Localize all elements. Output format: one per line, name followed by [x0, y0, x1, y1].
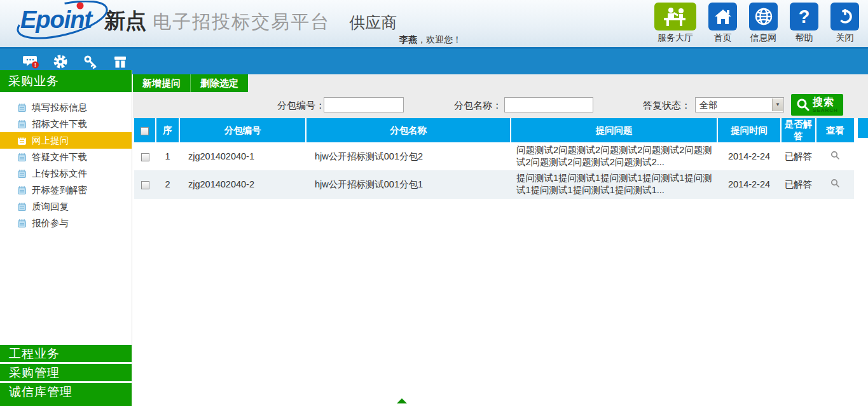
reply-status-value: 全部 — [699, 100, 717, 110]
reply-status-label: 答复状态： — [643, 100, 691, 112]
service-hall-icon — [654, 3, 696, 30]
package-name-input[interactable] — [504, 97, 593, 112]
row-checkbox[interactable] — [141, 181, 149, 189]
notepad-icon — [17, 219, 27, 228]
package-code-input[interactable] — [324, 97, 404, 112]
questions-table: 序 分包编号 分包名称 提问问题 提问时间 是否解答 查看 1 zjg20140… — [134, 118, 854, 199]
epoint-logo-text: Epoint — [20, 6, 92, 33]
sidebar-item-upload-bid-doc[interactable]: 上传投标文件 — [0, 165, 132, 182]
brand-name: 新点 — [104, 7, 146, 36]
sidebar-section-procurement-mgmt[interactable]: 采购管理 — [0, 364, 132, 381]
notepad-icon — [17, 169, 27, 179]
view-magnifier-icon[interactable] — [830, 151, 840, 162]
table-row: 1 zjg201402040-1 hjw公开招标测试001分包2 问题测试2问题… — [134, 142, 854, 170]
platform-title: 电子招投标交易平台 — [153, 10, 330, 35]
sidebar-item-label: 填写投标信息 — [32, 102, 87, 114]
col-seq: 序 — [156, 118, 179, 142]
scrollbar-strip[interactable] — [858, 118, 868, 138]
sidebar-item-label: 网上提问 — [32, 135, 69, 147]
page: Epoint 新点 电子招投标交易平台 供应商 李燕，欢迎您！ — [0, 0, 868, 406]
gift-icon[interactable] — [113, 54, 128, 69]
row-time: 2014-2-24 — [717, 170, 781, 198]
quick-link-close[interactable]: 关闭 — [830, 3, 859, 44]
main-content: 新增提问 删除选定 分包编号： 分包名称： 答复状态： 全部 ▼ — [133, 74, 868, 406]
package-name-label: 分包名称： — [454, 100, 502, 112]
quick-link-label: 信息网 — [749, 32, 778, 44]
user-greeting: 李燕，欢迎您！ — [399, 34, 462, 46]
sidebar-item-open-signin-decrypt[interactable]: 开标签到解密 — [0, 182, 132, 198]
row-time: 2014-2-24 — [717, 142, 781, 170]
row-package-name: hjw公开招标测试001分包1 — [306, 170, 511, 198]
notepad-icon — [17, 202, 27, 212]
help-icon: ? — [790, 3, 818, 30]
col-question: 提问问题 — [511, 118, 717, 142]
row-checkbox[interactable] — [141, 153, 149, 161]
select-all-cell — [134, 118, 156, 142]
sidebar-item-tender-doc-download[interactable]: 招标文件下载 — [0, 116, 132, 132]
sidebar-item-label: 开标签到解密 — [32, 184, 87, 196]
user-name: 李燕 — [399, 34, 417, 44]
main-top: 新增提问 删除选定 分包编号： 分包名称： 答复状态： 全部 ▼ — [133, 74, 868, 118]
view-magnifier-icon[interactable] — [830, 179, 840, 190]
sidebar-section-credit-library[interactable]: 诚信库管理 — [0, 383, 132, 406]
role-label: 供应商 — [349, 12, 397, 33]
col-answered: 是否解答 — [781, 118, 816, 142]
sidebar-item-label: 答疑文件下载 — [32, 151, 87, 163]
row-question: 提问测试1提问测试1提问测试1提问测试1提问测试1提问测试1提问测试1提问测试1… — [511, 170, 717, 198]
sidebar-item-fill-bid-info[interactable]: 填写投标信息 — [0, 99, 132, 116]
quick-link-service-hall[interactable]: 服务大厅 — [654, 3, 696, 44]
home-icon — [708, 3, 737, 30]
search-icon — [796, 98, 810, 112]
col-time: 提问时间 — [717, 118, 781, 142]
key-icon[interactable] — [83, 54, 98, 69]
select-all-checkbox[interactable] — [141, 127, 149, 135]
sidebar-item-label: 上传投标文件 — [32, 168, 87, 180]
quick-links: 服务大厅 首页 — [654, 3, 859, 44]
svg-text:!: ! — [34, 62, 36, 68]
logo: Epoint 新点 电子招投标交易平台 供应商 — [19, 6, 397, 36]
quick-link-help[interactable]: ? 帮助 — [790, 3, 818, 44]
sidebar-item-inquiry-reply[interactable]: 质询回复 — [0, 198, 132, 215]
chevron-down-icon: ▼ — [772, 98, 783, 111]
power-icon — [830, 3, 859, 30]
sidebar-item-online-question[interactable]: 网上提问 — [0, 132, 132, 149]
sidebar-item-answer-doc-download[interactable]: 答疑文件下载 — [0, 149, 132, 165]
reply-status-select[interactable]: 全部 ▼ — [695, 97, 784, 112]
row-package-name: hjw公开招标测试001分包2 — [306, 142, 511, 170]
gear-icon[interactable] — [53, 54, 68, 69]
row-seq: 1 — [156, 142, 179, 170]
sidebar-item-quote-participate[interactable]: 报价参与 — [0, 215, 132, 231]
search-button[interactable]: 搜索 SEARCH — [791, 94, 843, 116]
quick-link-label: 关闭 — [830, 32, 859, 44]
notepad-icon — [17, 186, 27, 195]
sidebar-bottom-sections: 工程业务 采购管理 诚信库管理 — [0, 345, 132, 406]
row-answered-status: 已解答 — [781, 170, 816, 198]
search-sublabel: SEARCH — [813, 108, 838, 113]
sidebar-item-label: 质询回复 — [32, 201, 69, 213]
delete-selected-button[interactable]: 删除选定 — [191, 74, 248, 92]
app-header: Epoint 新点 电子招投标交易平台 供应商 李燕，欢迎您！ — [0, 0, 868, 47]
notepad-icon — [17, 136, 27, 145]
sidebar-section-procurement[interactable]: 采购业务 — [0, 70, 132, 92]
quick-link-home[interactable]: 首页 — [708, 3, 737, 44]
sidebar-section-engineering[interactable]: 工程业务 — [0, 345, 132, 362]
add-question-button[interactable]: 新增提问 — [133, 74, 191, 92]
filter-row: 分包编号： 分包名称： 答复状态： 全部 ▼ 搜索 SEARCH — [133, 92, 868, 118]
row-package-code: zjg201402040-2 — [179, 170, 306, 198]
table-header-row: 序 分包编号 分包名称 提问问题 提问时间 是否解答 查看 — [134, 118, 854, 142]
quick-link-label: 帮助 — [790, 32, 818, 44]
notepad-icon — [17, 103, 27, 112]
notepad-icon — [17, 119, 27, 129]
sidebar-item-label: 报价参与 — [32, 217, 69, 229]
scroll-up-arrow[interactable] — [397, 398, 407, 403]
quick-link-infonet[interactable]: 信息网 — [749, 3, 778, 44]
sidebar: 采购业务 填写投标信息 招标文件下载 网上提问 答疑文件下载 上传投标文件 — [0, 70, 132, 406]
greeting-text: ，欢迎您！ — [417, 34, 462, 44]
globe-icon — [749, 3, 778, 30]
col-view: 查看 — [816, 118, 854, 142]
row-seq: 2 — [156, 170, 179, 198]
search-label: 搜索 — [813, 97, 834, 107]
row-question: 问题测试2问题测试2问题测试2问题测试2问题测试2问题测试2问题测试2问题测试2… — [511, 142, 717, 170]
messages-icon[interactable]: ! — [23, 54, 38, 69]
notepad-icon — [17, 152, 27, 162]
